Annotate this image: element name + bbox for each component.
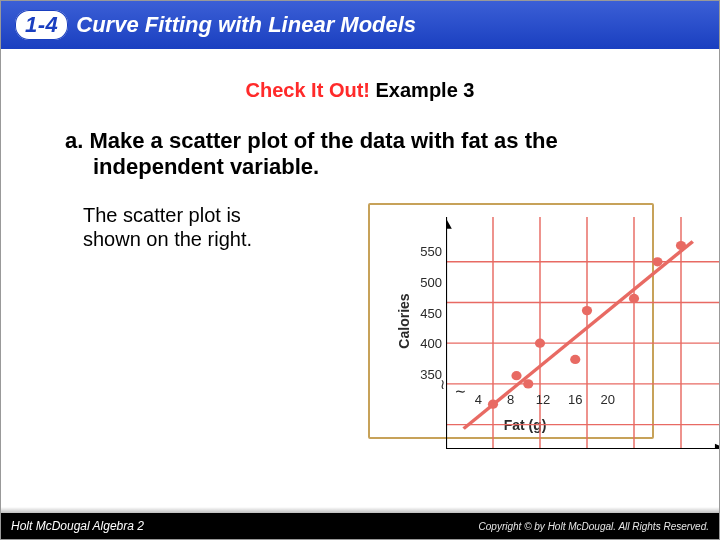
y-tick-label: 550 <box>406 243 442 258</box>
header-title: Curve Fitting with Linear Models <box>76 12 416 38</box>
footer-left-text: Holt McDougal Algebra 2 <box>11 519 144 533</box>
example-title: Check It Out! Example 3 <box>25 79 695 102</box>
x-tick-label: 4 <box>475 392 482 407</box>
y-tick-label: 350 <box>406 367 442 382</box>
y-axis-break-icon: ≀ <box>440 376 445 392</box>
slide-content: Check It Out! Example 3 a. Make a scatte… <box>1 49 719 439</box>
y-tick-label: 450 <box>406 305 442 320</box>
svg-point-19 <box>676 241 686 250</box>
svg-point-18 <box>652 257 662 266</box>
svg-marker-22 <box>715 444 720 449</box>
y-tick-label: 400 <box>406 336 442 351</box>
svg-point-12 <box>511 371 521 380</box>
x-tick-label: 20 <box>600 392 614 407</box>
instruction-text: a. Make a scatter plot of the data with … <box>65 128 655 181</box>
example-rest-label: Example 3 <box>370 79 475 101</box>
footer-bar: Holt McDougal Algebra 2 Copyright © by H… <box>1 513 719 539</box>
x-tick-label: 16 <box>568 392 582 407</box>
svg-point-15 <box>570 355 580 364</box>
x-axis-break-icon: ≀ <box>453 388 469 393</box>
y-tick-label: 500 <box>406 274 442 289</box>
x-tick-label: 8 <box>507 392 514 407</box>
svg-point-11 <box>488 399 498 408</box>
svg-point-13 <box>523 379 533 388</box>
footer-right-text: Copyright © by Holt McDougal. All Rights… <box>479 521 709 532</box>
x-tick-label: 12 <box>536 392 550 407</box>
chart-plot-area <box>446 217 720 449</box>
svg-point-16 <box>582 306 592 315</box>
scatter-chart: Calories Fat (g) 35040045050055048121620… <box>368 203 654 439</box>
svg-point-14 <box>535 338 545 347</box>
body-text: The scatter plot is shown on the right. <box>83 203 303 251</box>
section-badge: 1-4 <box>15 10 68 40</box>
header-bar: 1-4 Curve Fitting with Linear Models <box>1 1 719 49</box>
example-red-label: Check It Out! <box>246 79 370 101</box>
svg-point-17 <box>629 294 639 303</box>
